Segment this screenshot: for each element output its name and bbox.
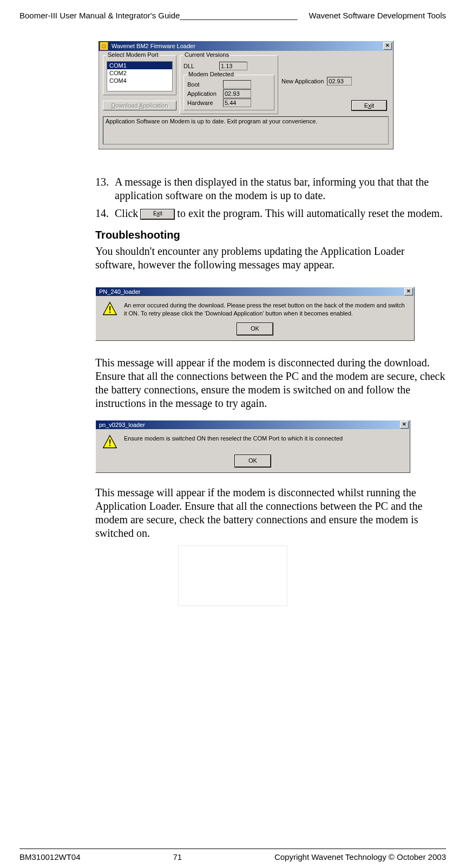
page-header: Boomer-III User Manual & Integrator's Gu…: [19, 11, 446, 20]
hardware-label: Hardware: [187, 100, 221, 106]
decorative-block: [178, 545, 287, 606]
firmware-loader-window: ▢ Wavenet BM2 Firmware Loader ✕ Select M…: [98, 41, 394, 149]
footer-left: BM310012WT04: [19, 852, 81, 862]
status-text: Application Software on Modem is up to d…: [106, 118, 317, 124]
warning-icon: !: [102, 435, 117, 450]
dll-label: DLL: [183, 63, 217, 69]
messagebox-text: Ensure modem is switched ON then reselec…: [124, 435, 343, 443]
select-modem-port-group: Select Modem Port COM1 COM2 COM4: [103, 55, 176, 95]
close-icon[interactable]: ✕: [404, 288, 413, 295]
window-title: Wavenet BM2 Firmware Loader: [112, 43, 383, 49]
boot-label: Boot: [187, 81, 221, 88]
svg-text:!: !: [108, 438, 111, 448]
select-modem-port-legend: Select Modem Port: [107, 51, 160, 58]
close-icon[interactable]: ✕: [400, 421, 409, 429]
list-item[interactable]: COM1: [107, 62, 172, 69]
app-icon: ▢: [100, 42, 108, 50]
list-item[interactable]: COM2: [107, 69, 172, 77]
header-left: Boomer-III User Manual & Integrator's Gu…: [19, 11, 297, 20]
modem-detected-legend: Modem Detected: [187, 71, 235, 77]
inline-exit-button[interactable]: Exit: [141, 209, 174, 219]
msg2-explanation: This message will appear if the modem is…: [95, 486, 446, 540]
error-messagebox-1: PN_240_loader ✕ ! An error occured durin…: [95, 287, 415, 341]
step-text-fragment: Click: [115, 207, 141, 219]
list-item[interactable]: COM4: [107, 77, 172, 84]
close-icon[interactable]: ✕: [383, 42, 392, 50]
modem-detected-group: Modem Detected Boot Application 02.93 Ha…: [183, 75, 274, 110]
current-versions-group: Current Versions DLL 1.13 Modem Detected…: [180, 55, 278, 114]
warning-icon: !: [102, 301, 117, 317]
footer-page-number: 71: [173, 852, 182, 862]
step-text: Click Exit to exit the program. This wil…: [115, 207, 446, 220]
footer-right: Copyright Wavenet Technology © October 2…: [274, 852, 446, 862]
messagebox-title: pn_v0293_loader: [97, 422, 400, 428]
application-value: 02.93: [223, 89, 251, 98]
messagebox-title: PN_240_loader: [97, 288, 404, 295]
download-application-button: Download Application: [103, 101, 176, 110]
svg-text:!: !: [108, 305, 111, 314]
troubleshooting-heading: Troubleshooting: [95, 229, 446, 241]
messagebox-text: An error occured during the download. Pl…: [124, 301, 408, 318]
step-text-fragment: to exit the program. This will automatic…: [177, 207, 442, 219]
titlebar: ▢ Wavenet BM2 Firmware Loader ✕: [99, 41, 393, 51]
messagebox-titlebar: PN_240_loader ✕: [96, 287, 414, 296]
new-application-label: New Application: [281, 78, 324, 84]
current-versions-legend: Current Versions: [183, 51, 230, 58]
boot-value: [223, 80, 251, 89]
dll-value: 1.13: [219, 62, 247, 70]
step-number: 14.: [95, 207, 115, 220]
troubleshooting-intro: You shouldn't encounter any problems upd…: [95, 245, 446, 272]
status-bar: Application Software on Modem is up to d…: [103, 116, 389, 144]
header-right: Wavenet Software Development Tools: [309, 11, 446, 20]
hardware-value: 5.44: [223, 98, 251, 107]
messagebox-titlebar: pn_v0293_loader ✕: [96, 420, 410, 429]
page-footer: BM310012WT04 71 Copyright Wavenet Techno…: [19, 852, 446, 862]
ok-button[interactable]: OK: [235, 455, 271, 467]
application-label: Application: [187, 90, 221, 97]
error-messagebox-2: pn_v0293_loader ✕ ! Ensure modem is swit…: [95, 420, 410, 473]
step-text: A message is then displayed in the statu…: [115, 175, 446, 202]
ok-button[interactable]: OK: [237, 323, 273, 335]
step-number: 13.: [95, 175, 115, 202]
exit-button[interactable]: Exit: [352, 101, 386, 110]
new-application-value: 02.93: [327, 77, 352, 86]
com-port-list[interactable]: COM1 COM2 COM4: [107, 61, 173, 91]
msg1-explanation: This message will appear if the modem is…: [95, 356, 446, 410]
footer-divider: [19, 849, 446, 849]
